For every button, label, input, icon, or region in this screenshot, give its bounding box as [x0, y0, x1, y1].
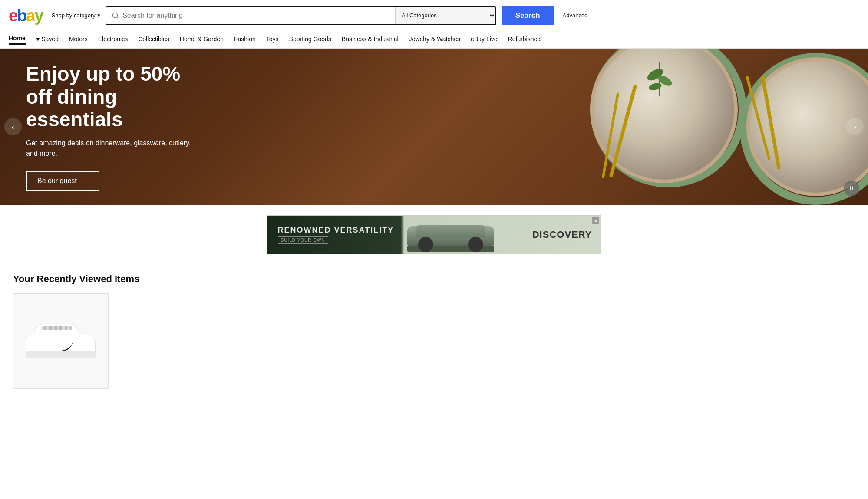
advanced-link[interactable]: Advanced: [563, 12, 588, 19]
hero-next-button[interactable]: ›: [846, 118, 864, 135]
advertisement: RENOWNED VERSATILITY BUILD YOUR OWN DISC…: [267, 215, 601, 254]
sneaker-image: [26, 324, 96, 358]
nav-item-saved[interactable]: ♥ Saved: [36, 36, 59, 44]
heart-icon: ♥: [36, 36, 40, 43]
search-bar: All CategoriesAntiquesArtBabyBooksBusine…: [106, 6, 496, 25]
nav-item-fashion[interactable]: Fashion: [234, 36, 256, 44]
search-input-wrapper: [106, 7, 395, 24]
hero-title: Enjoy up to 50% off dining essentials: [26, 62, 191, 131]
hero-content: Enjoy up to 50% off dining essentials Ge…: [0, 49, 217, 205]
search-input[interactable]: [122, 12, 390, 20]
recently-viewed-items: [13, 293, 855, 389]
product-card[interactable]: [13, 293, 109, 389]
hero-cta-label: Be our guest: [37, 177, 77, 185]
ad-close-button[interactable]: ✕: [592, 217, 599, 224]
nav-item-sporting-goods[interactable]: Sporting Goods: [289, 36, 331, 44]
nav-bar: Home ♥ Saved Motors Electronics Collecti…: [0, 31, 868, 49]
shop-by-category-button[interactable]: Shop by category: [52, 12, 100, 19]
nav-item-jewelry-watches[interactable]: Jewelry & Watches: [409, 36, 461, 44]
search-button[interactable]: Search: [502, 6, 554, 25]
svg-line-1: [117, 17, 118, 18]
hero-pause-button[interactable]: ⏸: [844, 181, 859, 196]
ad-brand-name: DISCOVERY: [532, 229, 592, 240]
nav-item-home-garden[interactable]: Home & Garden: [180, 36, 224, 44]
nav-item-motors[interactable]: Motors: [69, 36, 88, 44]
search-icon: [112, 12, 119, 20]
hero-cta-arrow: →: [81, 177, 88, 185]
category-select[interactable]: All CategoriesAntiquesArtBabyBooksBusine…: [395, 7, 495, 24]
hero-cta-button[interactable]: Be our guest →: [26, 171, 99, 191]
nav-item-refurbished[interactable]: Refurbished: [508, 36, 541, 44]
nav-item-home[interactable]: Home: [9, 35, 26, 45]
plant-decoration: [647, 62, 673, 114]
header: ebay Shop by category All CategoriesAnti…: [0, 0, 868, 31]
chevron-down-icon: [97, 12, 100, 19]
ad-car-image: [407, 217, 494, 252]
nav-item-ebay-live[interactable]: eBay Live: [471, 36, 497, 44]
nav-item-business-industrial[interactable]: Business & Industrial: [342, 36, 399, 44]
ad-cta-button[interactable]: BUILD YOUR OWN: [278, 236, 328, 244]
nav-item-toys[interactable]: Toys: [266, 36, 279, 44]
recently-viewed-title: Your Recently Viewed Items: [13, 273, 855, 285]
ad-banner-container: RENOWNED VERSATILITY BUILD YOUR OWN DISC…: [0, 205, 868, 265]
chevron-right-icon: ›: [854, 122, 857, 132]
hero-subtitle: Get amazing deals on dinnerware, glasswa…: [26, 138, 191, 159]
hero-prev-button[interactable]: ‹: [4, 118, 22, 135]
pause-icon: ⏸: [848, 185, 855, 192]
chevron-left-icon: ‹: [12, 122, 15, 132]
recently-viewed-section: Your Recently Viewed Items: [0, 265, 868, 397]
hero-banner: Enjoy up to 50% off dining essentials Ge…: [0, 49, 868, 205]
ad-title: RENOWNED VERSATILITY: [278, 226, 426, 235]
svg-point-0: [112, 13, 118, 18]
shop-by-category-label: Shop by category: [52, 12, 96, 19]
logo[interactable]: ebay: [9, 7, 43, 24]
nav-item-collectibles[interactable]: Collectibles: [138, 36, 169, 44]
nav-item-electronics[interactable]: Electronics: [98, 36, 128, 44]
